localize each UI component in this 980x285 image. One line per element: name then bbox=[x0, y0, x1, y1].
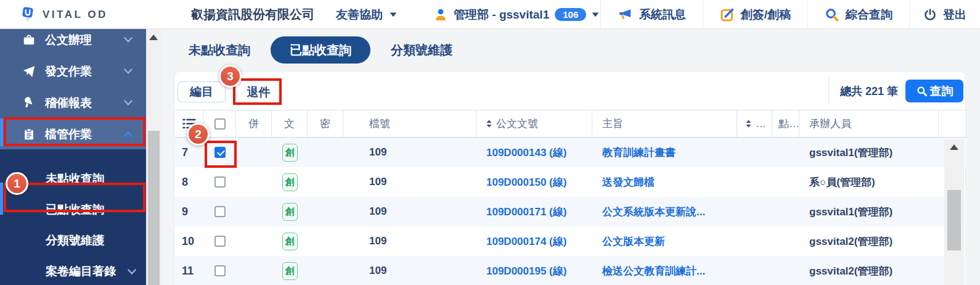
annotation-callout-2: 2 bbox=[187, 123, 210, 146]
submenu-item-case-cataloging[interactable]: 案卷編目著錄 bbox=[0, 256, 146, 285]
cell-file-no: 109 bbox=[343, 138, 476, 167]
tab-unreceived-query[interactable]: 未點收查詢 bbox=[185, 42, 254, 59]
sidebar-item-audit-reports[interactable]: 稽催報表 bbox=[0, 87, 146, 118]
chevron-down-icon bbox=[592, 12, 599, 17]
row-number: 11 bbox=[174, 256, 204, 285]
user-name: 管理部 - gssvital1 bbox=[454, 7, 549, 23]
header-owner: 承辦人員 bbox=[799, 110, 939, 137]
cell-receive bbox=[772, 138, 799, 167]
cell-receive bbox=[772, 167, 799, 197]
help-menu[interactable]: 友善協助 bbox=[336, 0, 397, 29]
row-number: 8 bbox=[174, 167, 204, 197]
draft-badge: 創 bbox=[282, 262, 298, 280]
nav-create-draft[interactable]: 創簽/創稿 bbox=[703, 0, 807, 29]
submenu-item-label: 分類號維護 bbox=[46, 233, 104, 249]
header-doc-no-label: 公文文號 bbox=[496, 117, 538, 131]
row-checkbox[interactable] bbox=[214, 236, 226, 247]
cell-secret bbox=[308, 138, 343, 167]
subject-link[interactable]: 送發文歸檔 bbox=[602, 175, 655, 189]
cell-merge bbox=[236, 167, 272, 197]
scrollbar-thumb[interactable] bbox=[148, 131, 160, 285]
top-nav: 系統訊息 創簽/創稿 綜合查詢 bbox=[600, 0, 980, 29]
scroll-up-arrow-icon[interactable] bbox=[149, 35, 158, 40]
row-checkbox[interactable] bbox=[214, 176, 226, 188]
subject-link[interactable]: 公文版本更新 bbox=[602, 234, 665, 249]
cell-merge bbox=[236, 226, 272, 256]
catalog-button[interactable]: 編目 bbox=[178, 81, 226, 102]
doc-no-link[interactable]: 109D000171 (線) bbox=[486, 205, 566, 219]
doc-no-link[interactable]: 109D000174 (線) bbox=[486, 234, 566, 249]
header-spacer bbox=[939, 110, 966, 137]
total-count: 總共 221 筆 bbox=[840, 84, 898, 99]
chevron-down-icon bbox=[124, 37, 133, 43]
scroll-up-arrow-icon[interactable] bbox=[950, 144, 958, 150]
send-icon bbox=[22, 65, 36, 78]
table-row[interactable]: 8 創 109 109D000150 (線) 送發文歸檔 系○員(管理部) bbox=[174, 167, 966, 197]
table-row[interactable]: 9 創 109 109D000171 (線) 公文系統版本更新說... gssv… bbox=[174, 197, 966, 226]
table-row[interactable]: 10 創 109 109D000174 (線) 公文版本更新 gssvital2… bbox=[174, 226, 966, 256]
page-scrollbar[interactable] bbox=[146, 29, 161, 285]
header-doc-no[interactable]: 公文文號 bbox=[476, 110, 592, 137]
header-receive: 點… bbox=[772, 110, 799, 137]
chevron-down-icon bbox=[124, 100, 133, 105]
draft-badge: 創 bbox=[282, 144, 298, 162]
row-checkbox[interactable] bbox=[214, 147, 226, 158]
annotation-callout-3: 3 bbox=[219, 65, 242, 88]
cell-owner: gssvital2(管理部) bbox=[799, 256, 939, 285]
row-checkbox[interactable] bbox=[214, 206, 226, 217]
cell-secret bbox=[308, 226, 343, 256]
app-logo: VITAL OD bbox=[18, 0, 108, 29]
sidebar-item-archive-management[interactable]: 檔管作業 bbox=[0, 118, 146, 150]
select-all-checkbox[interactable] bbox=[214, 118, 226, 130]
nav-logout[interactable]: 登出 bbox=[909, 0, 980, 29]
header-doc: 文 bbox=[272, 110, 308, 137]
submenu-item-received-query[interactable]: 已點收查詢 bbox=[0, 194, 146, 225]
subject-link[interactable]: 公文系統版本更新說... bbox=[602, 205, 705, 219]
table-row[interactable]: 7 創 109 109D000143 (線) 教育訓練計畫書 gssvital1… bbox=[174, 138, 966, 167]
row-checkbox[interactable] bbox=[214, 265, 226, 276]
nav-system-messages[interactable]: 系統訊息 bbox=[600, 0, 703, 29]
sidebar-item-label: 公文辦理 bbox=[45, 32, 92, 48]
tab-received-query[interactable]: 已點收查詢 bbox=[271, 36, 370, 64]
subject-link[interactable]: 檢送公文教育訓練計... bbox=[602, 264, 705, 278]
submenu-item-classification-maintenance[interactable]: 分類號維護 bbox=[0, 225, 146, 256]
sort-icon bbox=[746, 120, 751, 128]
chevron-down-icon bbox=[390, 12, 397, 17]
nav-label: 登出 bbox=[943, 7, 966, 23]
query-button-label: 查詢 bbox=[930, 83, 953, 99]
subject-link[interactable]: 教育訓練計畫書 bbox=[602, 146, 676, 160]
cell-receive bbox=[772, 197, 799, 226]
cell-receive bbox=[772, 226, 799, 256]
sidebar-item-dispatch[interactable]: 發文作業 bbox=[0, 56, 146, 87]
scrollbar-thumb[interactable] bbox=[947, 190, 961, 250]
cell-secret bbox=[308, 167, 343, 197]
tab-classification-maintenance[interactable]: 分類號維護 bbox=[387, 42, 456, 59]
table-scrollbar[interactable] bbox=[944, 139, 964, 285]
sidebar-submenu: 未點收查詢 已點收查詢 分類號維護 案卷編目著錄 bbox=[0, 149, 146, 285]
cell-owner: 系○員(管理部) bbox=[799, 167, 939, 197]
user-menu[interactable]: 管理部 - gssvital1 106 bbox=[433, 0, 599, 29]
row-number: 9 bbox=[174, 197, 204, 226]
return-button[interactable]: 退件 bbox=[236, 80, 281, 105]
cell-file-no: 109 bbox=[343, 197, 476, 226]
doc-no-link[interactable]: 109D000195 (線) bbox=[486, 264, 566, 278]
megaphone-icon bbox=[618, 7, 633, 22]
header-file-no: 檔號 bbox=[343, 110, 476, 137]
draft-badge: 創 bbox=[282, 173, 298, 191]
cell-truncated bbox=[737, 226, 772, 256]
sort-icon bbox=[486, 120, 492, 128]
app-screen: VITAL OD 叡揚資訊股份有限公司 友善協助 管理部 - gssvital1… bbox=[0, 0, 980, 285]
nav-global-search[interactable]: 綜合查詢 bbox=[807, 0, 909, 29]
table-row[interactable]: 11 創 109 109D000195 (線) 檢送公文教育訓練計... gss… bbox=[174, 256, 966, 285]
header-truncated[interactable]: … bbox=[737, 110, 772, 137]
query-button[interactable]: 查詢 bbox=[905, 80, 963, 102]
doc-no-link[interactable]: 109D000150 (線) bbox=[486, 175, 566, 189]
chevron-down-icon bbox=[124, 68, 133, 74]
cell-owner: gssvital1(管理部) bbox=[799, 138, 939, 167]
help-label: 友善協助 bbox=[336, 7, 383, 23]
cell-owner: gssvital1(管理部) bbox=[799, 197, 939, 226]
power-icon bbox=[923, 8, 937, 22]
doc-no-link[interactable]: 109D000143 (線) bbox=[486, 146, 566, 160]
cell-file-no: 109 bbox=[343, 167, 476, 197]
submenu-item-label: 未點收查詢 bbox=[46, 171, 104, 187]
